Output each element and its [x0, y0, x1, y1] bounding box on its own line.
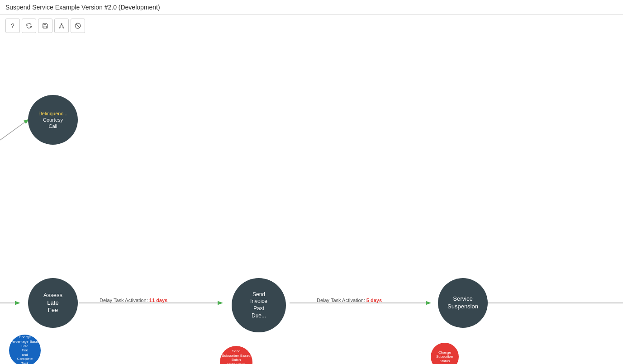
- send-invoice-node[interactable]: Send Invoice Past Due...: [232, 278, 286, 332]
- send-invoice-sub-node[interactable]: Send Subscriber-Based Batch Notification…: [220, 346, 252, 364]
- svg-point-1: [59, 27, 60, 28]
- assess-late-fee-sub-node[interactable]: Charge Percentage-Based Late Fee and Com…: [9, 335, 41, 364]
- send-invoice-sub-label: Send Subscriber-Based Batch Notification…: [222, 349, 251, 364]
- service-suspension-label: Service Suspension: [447, 295, 478, 311]
- svg-line-3: [60, 24, 62, 27]
- assess-late-fee-sub-label: Charge Percentage-Based Late Fee and Com…: [10, 335, 40, 364]
- delay-label-2: Delay Task Activation: 5 days: [317, 298, 382, 303]
- app-title: Suspend Service Example Version #2.0 (De…: [5, 4, 160, 11]
- send-invoice-label: Send Invoice Past Due...: [250, 291, 267, 319]
- connector-lines: [0, 45, 623, 364]
- service-suspension-node[interactable]: Service Suspension: [438, 278, 488, 328]
- save-button[interactable]: [38, 19, 52, 33]
- workflow-canvas: Delinquenc... Courtesy Call Assess Late …: [0, 45, 623, 364]
- svg-line-6: [76, 24, 80, 28]
- delinquency-node[interactable]: Delinquenc... Courtesy Call: [28, 95, 78, 145]
- svg-point-0: [61, 24, 62, 24]
- service-suspension-sub-node[interactable]: Change Subscriber Status: [431, 343, 459, 364]
- help-button[interactable]: ?: [5, 19, 20, 33]
- flow-button[interactable]: [54, 19, 69, 33]
- assess-late-fee-label: Assess Late Fee: [43, 292, 62, 315]
- toolbar: ?: [0, 15, 623, 37]
- page-title: Suspend Service Example Version #2.0 (De…: [0, 0, 623, 15]
- delinquency-label: Delinquenc... Courtesy Call: [38, 110, 67, 130]
- svg-point-2: [63, 27, 64, 28]
- refresh-button[interactable]: [22, 19, 36, 33]
- assess-late-fee-node[interactable]: Assess Late Fee: [28, 278, 78, 328]
- disable-button[interactable]: [71, 19, 85, 33]
- svg-line-8: [0, 120, 28, 140]
- service-suspension-sub-label: Change Subscriber Status: [436, 350, 453, 364]
- svg-line-4: [62, 24, 63, 27]
- delay-label-1: Delay Task Activation: 11 days: [100, 298, 167, 303]
